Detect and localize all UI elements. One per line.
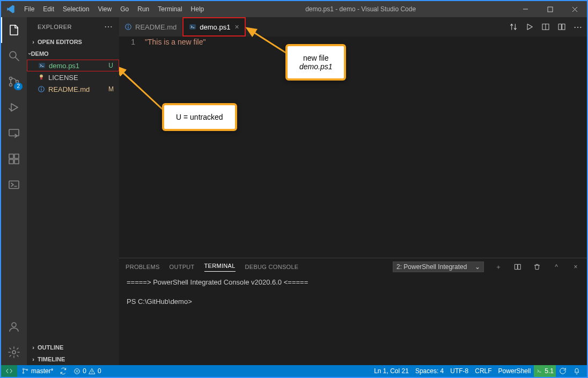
- split-right-icon[interactable]: [540, 21, 552, 33]
- project-root[interactable]: › DEMO: [27, 48, 119, 60]
- extensions-activity[interactable]: [1, 146, 27, 172]
- close-panel-icon[interactable]: ×: [571, 263, 580, 271]
- settings-activity[interactable]: [1, 339, 27, 365]
- maximize-panel-icon[interactable]: ^: [552, 263, 561, 271]
- outline-section[interactable]: › OUTLINE: [27, 341, 119, 353]
- split-editor-icon[interactable]: [556, 21, 568, 33]
- feedback-icon[interactable]: [556, 365, 570, 377]
- outline-label: OUTLINE: [38, 344, 63, 351]
- chevron-down-icon: ⌄: [475, 263, 480, 271]
- new-terminal-icon[interactable]: ＋: [494, 263, 503, 272]
- editor-tabs: README.md demo.ps1 × ⋯: [119, 17, 587, 37]
- svg-rect-12: [14, 154, 19, 158]
- tab-label: README.md: [135, 23, 177, 31]
- panel-tab-debug[interactable]: DEBUG CONSOLE: [245, 264, 299, 270]
- accounts-activity[interactable]: [1, 314, 27, 339]
- line-number: 1: [119, 38, 135, 46]
- powershell-version[interactable]: 5.1: [534, 365, 556, 377]
- menu-run[interactable]: Run: [133, 5, 153, 13]
- minimize-button[interactable]: [513, 1, 538, 17]
- menu-terminal[interactable]: Terminal: [153, 5, 186, 13]
- line-gutter: 1: [119, 37, 145, 258]
- timeline-section[interactable]: › TIMELINE: [27, 353, 119, 365]
- chevron-right-icon: ›: [29, 39, 38, 45]
- search-activity[interactable]: [1, 43, 27, 69]
- file-status-untracked: U: [108, 62, 113, 69]
- close-button[interactable]: [562, 1, 587, 17]
- kill-terminal-icon[interactable]: [532, 263, 542, 271]
- terminal-prompt: PS C:\GitHub\demo>: [127, 297, 579, 307]
- terminal-body[interactable]: =====> PowerShell Integrated Console v20…: [119, 275, 587, 365]
- terminal-picker[interactable]: 2: PowerShell Integrated ⌄: [393, 261, 484, 272]
- svg-rect-30: [558, 24, 561, 30]
- menu-help[interactable]: Help: [187, 5, 209, 13]
- remote-indicator[interactable]: [1, 365, 17, 377]
- svg-rect-31: [562, 24, 565, 30]
- svg-marker-9: [11, 104, 18, 111]
- explorer-activity[interactable]: [1, 17, 27, 43]
- maximize-button[interactable]: [538, 1, 562, 17]
- file-tree: › DEMO demo.ps1 U LICENSE README.md M: [27, 48, 119, 341]
- svg-point-4: [10, 52, 16, 58]
- svg-rect-11: [9, 154, 13, 158]
- chevron-down-icon: ›: [27, 53, 33, 55]
- tree-file-demo-ps1[interactable]: demo.ps1 U: [27, 60, 119, 71]
- powershell-activity[interactable]: [1, 172, 27, 198]
- powershell-file-icon: [189, 23, 196, 31]
- problems-indicator[interactable]: 0 0: [70, 365, 104, 377]
- tab-readme[interactable]: README.md: [119, 17, 182, 37]
- branch-name: master*: [31, 367, 53, 375]
- more-actions-icon[interactable]: ⋯: [572, 21, 584, 33]
- menu-selection[interactable]: Selection: [58, 5, 93, 13]
- panel-tab-problems[interactable]: PROBLEMS: [126, 264, 160, 270]
- indentation-indicator[interactable]: Spaces: 4: [412, 365, 447, 377]
- svg-point-19: [40, 75, 43, 78]
- encoding-indicator[interactable]: UTF-8: [447, 365, 472, 377]
- menu-bar: File Edit Selection View Go Run Terminal…: [20, 5, 208, 13]
- powershell-file-icon: [37, 61, 47, 70]
- terminal-line: =====> PowerShell Integrated Console v20…: [127, 278, 579, 287]
- terminal-picker-label: 2: PowerShell Integrated: [396, 263, 467, 271]
- split-terminal-icon[interactable]: [513, 263, 523, 271]
- project-name: DEMO: [31, 50, 49, 57]
- panel-tab-output[interactable]: OUTPUT: [170, 264, 195, 270]
- compare-changes-icon[interactable]: [508, 21, 519, 33]
- language-indicator[interactable]: PowerShell: [495, 365, 534, 377]
- code-editor[interactable]: 1 "This is a new file": [119, 37, 587, 258]
- title-bar: File Edit Selection View Go Run Terminal…: [1, 1, 587, 17]
- panel-tab-terminal[interactable]: TERMINAL: [204, 263, 236, 272]
- explorer-more-icon[interactable]: ⋯: [104, 21, 113, 32]
- run-debug-activity[interactable]: [1, 95, 27, 120]
- tree-file-readme[interactable]: README.md M: [27, 83, 119, 95]
- license-file-icon: [36, 73, 46, 82]
- file-label: demo.ps1: [49, 62, 108, 70]
- menu-edit[interactable]: Edit: [39, 5, 58, 13]
- file-status-modified: M: [108, 85, 114, 93]
- menu-view[interactable]: View: [93, 5, 116, 13]
- menu-file[interactable]: File: [20, 5, 39, 13]
- chevron-right-icon: ›: [29, 344, 38, 351]
- file-label: README.md: [48, 85, 108, 93]
- warning-count: 0: [98, 367, 101, 375]
- cursor-position[interactable]: Ln 1, Col 21: [371, 365, 412, 377]
- svg-point-16: [12, 323, 16, 327]
- run-icon[interactable]: [524, 21, 535, 33]
- window-controls: [513, 1, 587, 17]
- eol-indicator[interactable]: CRLF: [472, 365, 495, 377]
- editor-group: README.md demo.ps1 × ⋯ 1 "This is a new …: [119, 17, 587, 365]
- remote-explorer-activity[interactable]: [1, 120, 27, 146]
- sync-indicator[interactable]: [56, 365, 70, 377]
- tree-file-license[interactable]: LICENSE: [27, 71, 119, 83]
- editor-actions: ⋯: [508, 17, 587, 37]
- close-tab-icon[interactable]: ×: [234, 23, 239, 31]
- branch-indicator[interactable]: master*: [18, 365, 56, 377]
- tab-demo-ps1[interactable]: demo.ps1 ×: [182, 17, 245, 37]
- svg-rect-10: [9, 129, 19, 136]
- notifications-icon[interactable]: [570, 365, 584, 377]
- info-file-icon: [36, 85, 46, 93]
- chevron-right-icon: ›: [29, 356, 38, 362]
- menu-go[interactable]: Go: [116, 5, 133, 13]
- source-control-activity[interactable]: 2: [1, 69, 27, 95]
- open-editors-section[interactable]: › OPEN EDITORS: [27, 36, 119, 48]
- explorer-title: EXPLORER: [38, 24, 72, 30]
